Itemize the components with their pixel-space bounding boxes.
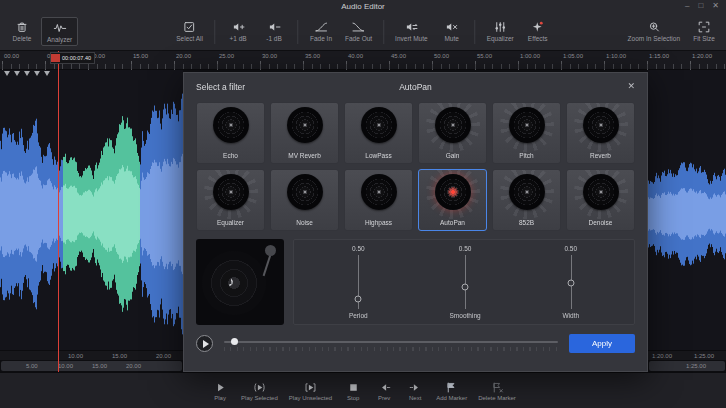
play-icon bbox=[214, 381, 227, 394]
transport-button-play-selected[interactable]: Play Selected bbox=[241, 381, 278, 401]
playhead-marker-icon bbox=[51, 54, 60, 62]
transport-button-next[interactable]: Next bbox=[405, 381, 425, 401]
playhead-time-badge: 00:00:07.40 bbox=[50, 52, 95, 64]
close-button[interactable]: ✕ bbox=[712, 1, 719, 10]
close-icon[interactable]: ✕ bbox=[625, 79, 637, 93]
ruler-tick-label: 55.00 bbox=[475, 53, 492, 59]
preview-play-button[interactable] bbox=[196, 335, 213, 352]
toolbar-button-mute[interactable]: Mute bbox=[435, 17, 469, 44]
toolbar-divider bbox=[475, 20, 476, 44]
filter-card-mv-reverb[interactable]: MV Reverb bbox=[270, 102, 339, 164]
param-label: Period bbox=[349, 312, 368, 319]
toolbar-button-fit-size[interactable]: Fit Size bbox=[687, 17, 721, 44]
filter-card-reverb[interactable]: Reverb bbox=[566, 102, 635, 164]
toolbar-button-fade-out[interactable]: Fade Out bbox=[340, 17, 377, 44]
ruler-tick-label: 25.00 bbox=[217, 53, 234, 59]
marker-flag[interactable] bbox=[44, 71, 50, 76]
param-smoothing: 0.50Smoothing bbox=[450, 245, 481, 319]
filter-card-852b[interactable]: 852B bbox=[492, 169, 561, 231]
overview-ruler-label: 10.00 bbox=[58, 363, 73, 369]
vinyl-record-icon bbox=[287, 107, 323, 143]
overview-strip-right[interactable]: 1:25.00 bbox=[648, 360, 726, 372]
seek-handle[interactable] bbox=[231, 338, 238, 345]
filter-card-equalizer[interactable]: Equalizer bbox=[196, 169, 265, 231]
param-label: Smoothing bbox=[450, 312, 481, 319]
marker-flag[interactable] bbox=[14, 71, 20, 76]
param-slider[interactable] bbox=[461, 255, 470, 309]
filter-preview: ♪ bbox=[196, 239, 284, 325]
transport-button-delete-marker[interactable]: Delete Marker bbox=[478, 381, 516, 401]
filter-params-panel: 0.50Period0.50Smoothing0.50Width bbox=[293, 239, 635, 325]
filter-card-denoise[interactable]: Denoise bbox=[566, 169, 635, 231]
transport-button-play-unselected[interactable]: Play Unselected bbox=[289, 381, 332, 401]
overview-ruler-label: 1:25.00 bbox=[686, 363, 706, 369]
transport-button-stop[interactable]: Stop bbox=[343, 381, 363, 401]
waveform-left[interactable] bbox=[0, 78, 183, 350]
vinyl-record-icon bbox=[509, 107, 545, 143]
overview-ruler-label: 15.00 bbox=[92, 363, 107, 369]
toolbar-divider bbox=[383, 20, 384, 44]
toolbar-group-center: Select All+1 dB-1 dBFade InFade OutInver… bbox=[171, 17, 554, 44]
toolbar-button-1-db[interactable]: +1 dB bbox=[221, 17, 255, 44]
play-icon bbox=[203, 340, 209, 348]
vinyl-record-icon bbox=[361, 107, 397, 143]
marker-flag[interactable] bbox=[34, 71, 40, 76]
filter-card-echo[interactable]: Echo bbox=[196, 102, 265, 164]
filter-card-noise[interactable]: Noise bbox=[270, 169, 339, 231]
toolbar-button-invert-mute[interactable]: Invert Mute bbox=[390, 17, 433, 44]
select-all-icon bbox=[183, 20, 197, 34]
apply-button[interactable]: Apply bbox=[569, 334, 635, 353]
toolbar-button-analyzer[interactable]: Analyzer bbox=[41, 17, 78, 46]
equalizer-icon bbox=[493, 20, 507, 34]
slider-knob[interactable] bbox=[567, 280, 574, 287]
filter-card-highpass[interactable]: Highpass bbox=[344, 169, 413, 231]
filter-card-pitch[interactable]: Pitch bbox=[492, 102, 561, 164]
right-waveform-pane: 1:20.001:25.00 1:25.00 bbox=[648, 70, 726, 372]
bottom-ruler-label: 20.00 bbox=[156, 353, 171, 359]
slider-knob[interactable] bbox=[355, 296, 362, 303]
ruler-tick-label: 00.00 bbox=[2, 53, 19, 59]
marker-flag[interactable] bbox=[4, 71, 10, 76]
vinyl-record-icon bbox=[287, 174, 323, 210]
param-slider[interactable] bbox=[566, 255, 575, 309]
param-width: 0.50Width bbox=[562, 245, 579, 319]
ruler-tick-label: 50.00 bbox=[432, 53, 449, 59]
toolbar-button-effects[interactable]: Effects bbox=[521, 17, 555, 44]
toolbar-button-1-db[interactable]: -1 dB bbox=[257, 17, 291, 44]
slider-knob[interactable] bbox=[462, 284, 469, 291]
ruler-tick-label: 1:15.00 bbox=[647, 53, 669, 59]
bottom-ruler-right: 1:20.001:25.00 bbox=[648, 350, 726, 360]
toolbar-button-fade-in[interactable]: Fade In bbox=[304, 17, 338, 44]
effects-icon bbox=[531, 20, 545, 34]
minimize-button[interactable]: – bbox=[685, 1, 689, 10]
overview-strip-left[interactable]: 5.0010.0015.0020.00 bbox=[0, 360, 183, 372]
toolbar-button-equalizer[interactable]: Equalizer bbox=[482, 17, 519, 44]
toolbar-button-zoom-in-selection[interactable]: Zoom In Selection bbox=[623, 17, 685, 44]
filter-card-lowpass[interactable]: LowPass bbox=[344, 102, 413, 164]
vinyl-record-icon bbox=[583, 107, 619, 143]
param-value: 0.50 bbox=[352, 245, 365, 252]
transport-button-play[interactable]: Play bbox=[210, 381, 230, 401]
toolbar-button-select-all[interactable]: Select All bbox=[171, 17, 208, 44]
playhead[interactable] bbox=[58, 51, 59, 372]
transport-button-prev[interactable]: Prev bbox=[374, 381, 394, 401]
timeline-ruler[interactable]: 00.0005.0010.0015.0020.0025.0030.0035.00… bbox=[0, 51, 726, 70]
preview-seek-bar[interactable] bbox=[224, 337, 558, 351]
maximize-button[interactable]: □ bbox=[698, 1, 703, 10]
filter-grid: EchoMV ReverbLowPassGainPitchReverbEqual… bbox=[196, 102, 635, 231]
filter-card-autopan[interactable]: AutoPan bbox=[418, 169, 487, 231]
tonearm-icon bbox=[263, 253, 272, 276]
toolbar-button-delete[interactable]: Delete bbox=[5, 17, 39, 44]
bottom-ruler-label: 15.00 bbox=[112, 353, 127, 359]
filter-card-gain[interactable]: Gain bbox=[418, 102, 487, 164]
param-slider[interactable] bbox=[354, 255, 363, 309]
dialog-title: Select a filter bbox=[196, 82, 245, 92]
bottom-ruler-left: 10.0015.0020.00 bbox=[0, 350, 183, 360]
waveform-right[interactable] bbox=[648, 78, 726, 350]
bottom-ruler-label: 1:20.00 bbox=[652, 353, 672, 359]
vinyl-record-icon bbox=[583, 174, 619, 210]
marker-flag[interactable] bbox=[24, 71, 30, 76]
transport-button-add-marker[interactable]: Add Marker bbox=[436, 381, 467, 401]
ruler-tick-label: 45.00 bbox=[389, 53, 406, 59]
marker-row bbox=[0, 70, 183, 78]
